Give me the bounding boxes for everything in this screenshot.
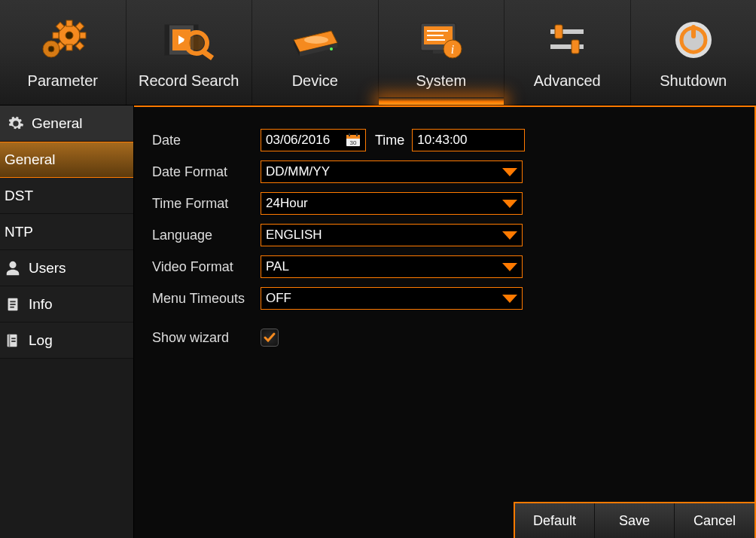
sidebar-item-label: NTP xyxy=(5,224,33,240)
top-nav: Parameter Record Search xyxy=(0,0,756,105)
time-label: Time xyxy=(375,133,404,148)
time-format-value: 24Hour xyxy=(266,196,308,211)
footer-buttons: Default Save Cancel xyxy=(514,502,754,538)
svg-rect-30 xyxy=(433,50,444,53)
sidebar: General General DST NTP Users Info xyxy=(0,105,134,538)
tab-label: Shutdown xyxy=(660,72,727,90)
tab-advanced[interactable]: Advanced xyxy=(505,0,631,105)
svg-rect-43 xyxy=(10,306,14,307)
svg-rect-36 xyxy=(572,40,579,53)
sidebar-item-ntp[interactable]: NTP xyxy=(0,214,133,250)
sidebar-header-general[interactable]: General xyxy=(0,105,133,142)
video-format-label: Video Format xyxy=(152,259,261,275)
sidebar-item-log[interactable]: Log xyxy=(0,322,133,359)
svg-rect-41 xyxy=(10,301,15,302)
svg-rect-45 xyxy=(9,334,11,347)
default-button[interactable]: Default xyxy=(515,503,595,538)
sidebar-item-label: Info xyxy=(29,296,53,313)
time-input[interactable]: 10:43:00 xyxy=(412,129,525,151)
date-format-label: Date Format xyxy=(152,164,261,180)
date-input[interactable]: 03/06/2016 30 xyxy=(261,129,366,151)
svg-rect-50 xyxy=(349,133,350,136)
tab-device[interactable]: Device xyxy=(252,0,379,105)
language-label: Language xyxy=(152,228,261,243)
gears-icon xyxy=(36,14,89,66)
tab-shutdown[interactable]: Shutdown xyxy=(631,0,757,105)
tab-system[interactable]: i System xyxy=(379,0,505,105)
chevron-down-icon xyxy=(502,200,517,208)
calendar-icon: 30 xyxy=(346,133,361,148)
svg-point-24 xyxy=(330,47,333,50)
info-icon xyxy=(5,296,21,313)
row-language: Language ENGLISH xyxy=(152,220,754,250)
chevron-down-icon xyxy=(502,263,517,271)
language-select[interactable]: ENGLISH xyxy=(261,224,523,246)
sidebar-item-general[interactable]: General xyxy=(0,142,133,178)
film-search-icon xyxy=(159,14,219,66)
language-value: ENGLISH xyxy=(266,228,322,243)
menu-timeouts-select[interactable]: OFF xyxy=(261,287,523,310)
row-show-wizard: Show wizard xyxy=(152,322,754,353)
time-value: 10:43:00 xyxy=(417,133,467,148)
sidebar-item-info[interactable]: Info xyxy=(0,286,133,322)
sidebar-item-users[interactable]: Users xyxy=(0,250,133,286)
chevron-down-icon xyxy=(502,168,517,176)
monitor-info-icon: i xyxy=(415,14,468,66)
svg-text:i: i xyxy=(451,43,454,56)
video-format-value: PAL xyxy=(266,259,289,274)
time-format-label: Time Format xyxy=(152,196,261,212)
sliders-icon xyxy=(544,14,590,66)
time-format-select[interactable]: 24Hour xyxy=(261,192,523,215)
settings-form: Date 03/06/2016 30 Time 10:43:00 Date Fo xyxy=(134,107,754,353)
content-area: General General DST NTP Users Info xyxy=(0,105,756,538)
row-video-format: Video Format PAL xyxy=(152,252,754,282)
tab-label: Device xyxy=(292,72,338,90)
svg-rect-51 xyxy=(356,133,358,136)
user-icon xyxy=(5,260,21,277)
chevron-down-icon xyxy=(502,295,517,303)
svg-rect-3 xyxy=(80,32,86,38)
menu-timeouts-value: OFF xyxy=(266,291,291,306)
gear-icon xyxy=(8,115,24,132)
tab-label: Advanced xyxy=(534,72,601,90)
cancel-button[interactable]: Cancel xyxy=(675,503,754,538)
svg-point-9 xyxy=(66,32,73,39)
svg-text:30: 30 xyxy=(350,139,357,146)
date-format-select[interactable]: DD/MM/YY xyxy=(261,160,523,183)
svg-rect-13 xyxy=(165,25,169,55)
log-icon xyxy=(5,332,21,349)
show-wizard-label: Show wizard xyxy=(152,330,261,346)
svg-point-11 xyxy=(48,46,54,52)
svg-rect-1 xyxy=(66,20,72,26)
check-icon xyxy=(263,331,276,344)
row-date-format: Date Format DD/MM/YY xyxy=(152,157,754,187)
sidebar-item-dst[interactable]: DST xyxy=(0,178,133,214)
date-label: Date xyxy=(152,133,261,148)
svg-rect-39 xyxy=(691,25,696,38)
show-wizard-checkbox[interactable] xyxy=(261,329,279,347)
svg-rect-42 xyxy=(10,304,15,305)
sidebar-item-label: DST xyxy=(5,188,33,204)
svg-rect-49 xyxy=(346,135,360,139)
sidebar-item-label: General xyxy=(5,151,56,168)
svg-rect-19 xyxy=(201,49,214,60)
hard-drive-icon xyxy=(285,14,345,66)
chevron-down-icon xyxy=(502,231,517,240)
tab-parameter[interactable]: Parameter xyxy=(0,0,127,105)
date-format-value: DD/MM/YY xyxy=(266,164,330,179)
power-icon xyxy=(671,14,716,66)
sidebar-header-label: General xyxy=(32,115,83,132)
date-value: 03/06/2016 xyxy=(266,133,330,148)
tab-label: Parameter xyxy=(28,72,98,90)
svg-rect-47 xyxy=(11,341,16,342)
svg-rect-4 xyxy=(53,32,59,38)
video-format-select[interactable]: PAL xyxy=(261,255,523,278)
row-date: Date 03/06/2016 30 Time 10:43:00 xyxy=(152,125,754,155)
svg-point-18 xyxy=(189,35,204,50)
svg-point-23 xyxy=(304,36,328,44)
svg-rect-35 xyxy=(555,25,562,38)
save-button[interactable]: Save xyxy=(595,503,675,538)
svg-rect-2 xyxy=(66,44,72,50)
tab-record-search[interactable]: Record Search xyxy=(127,0,253,105)
sidebar-item-label: Users xyxy=(29,260,66,277)
